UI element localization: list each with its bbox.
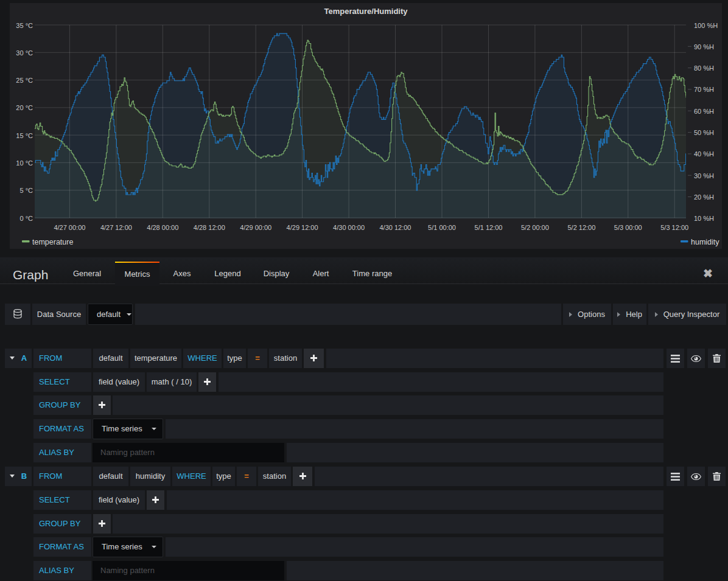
- svg-text:15 °C: 15 °C: [16, 132, 33, 139]
- svg-text:4/30 00:00: 4/30 00:00: [333, 224, 365, 231]
- svg-text:60 %H: 60 %H: [694, 108, 714, 115]
- svg-text:90 %H: 90 %H: [694, 43, 714, 50]
- svg-text:5/2 12:00: 5/2 12:00: [567, 224, 595, 231]
- svg-text:humidity: humidity: [691, 238, 719, 246]
- svg-text:30 °C: 30 °C: [16, 49, 33, 57]
- svg-text:4/28 12:00: 4/28 12:00: [194, 224, 225, 231]
- svg-text:40 %H: 40 %H: [694, 150, 714, 158]
- svg-text:5/1 00:00: 5/1 00:00: [428, 224, 456, 231]
- svg-text:10 °C: 10 °C: [16, 159, 33, 167]
- svg-text:Temperature/Humidity: Temperature/Humidity: [324, 7, 408, 16]
- svg-text:temperature: temperature: [32, 238, 73, 246]
- svg-text:80 %H: 80 %H: [694, 64, 714, 72]
- svg-text:4/29 00:00: 4/29 00:00: [240, 224, 271, 231]
- svg-text:4/27 12:00: 4/27 12:00: [100, 224, 132, 231]
- svg-text:35 °C: 35 °C: [16, 22, 33, 29]
- svg-text:4/29 12:00: 4/29 12:00: [287, 224, 318, 231]
- svg-text:4/28 00:00: 4/28 00:00: [147, 224, 178, 231]
- svg-text:50 %H: 50 %H: [694, 129, 714, 136]
- svg-text:25 °C: 25 °C: [16, 77, 33, 84]
- svg-text:10 %H: 10 %H: [694, 215, 714, 222]
- svg-text:100 %H: 100 %H: [694, 22, 718, 29]
- svg-text:4/30 12:00: 4/30 12:00: [380, 224, 411, 231]
- svg-text:70 %H: 70 %H: [694, 86, 714, 93]
- svg-text:5/2 00:00: 5/2 00:00: [521, 224, 549, 231]
- svg-text:20 %H: 20 %H: [694, 193, 714, 201]
- svg-text:30 %H: 30 %H: [694, 172, 714, 179]
- svg-text:4/27 00:00: 4/27 00:00: [54, 224, 85, 231]
- svg-text:5/3 12:00: 5/3 12:00: [660, 224, 688, 231]
- svg-text:5/3 00:00: 5/3 00:00: [614, 224, 642, 231]
- svg-text:5/1 12:00: 5/1 12:00: [475, 224, 503, 231]
- svg-text:0 °C: 0 °C: [19, 215, 33, 222]
- svg-text:5 °C: 5 °C: [19, 187, 33, 194]
- svg-text:20 °C: 20 °C: [16, 104, 33, 111]
